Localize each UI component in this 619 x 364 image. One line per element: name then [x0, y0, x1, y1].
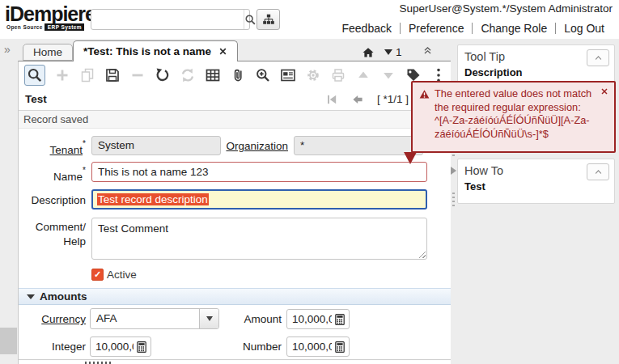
collapse-section-icon — [27, 294, 35, 299]
window-title: Test — [25, 93, 47, 105]
menu-preference[interactable]: Preference — [401, 22, 472, 35]
undo-icon[interactable] — [155, 67, 171, 83]
zoom-across-icon[interactable] — [255, 67, 271, 83]
section-divider — [19, 359, 451, 361]
integer-field[interactable]: 10,000,000 — [90, 336, 151, 357]
home-icon[interactable] — [362, 46, 375, 59]
tab-test-window[interactable]: *Test: This is not a name — [73, 40, 238, 61]
close-error-icon[interactable] — [600, 87, 608, 95]
tenant-label[interactable]: Tenant* — [19, 139, 86, 158]
validation-error-popup: The entered value does not match the req… — [411, 81, 616, 153]
error-message: The entered value does not match the req… — [435, 87, 600, 142]
tab-active-label: *Test: This is not a name — [83, 45, 211, 57]
grid-toggle-icon[interactable] — [205, 67, 221, 83]
toolbar — [19, 61, 451, 88]
report-icon[interactable] — [280, 67, 296, 83]
print-icon — [330, 67, 346, 83]
amount-field[interactable]: 10,000,000 — [286, 309, 350, 329]
attachment-icon[interactable] — [230, 67, 246, 83]
open-windows-dropdown[interactable]: 1 — [384, 46, 402, 58]
logo-tagline-right: ERP System — [45, 23, 84, 31]
status-bar: Record saved — [19, 111, 451, 129]
expand-west-panel-icon[interactable] — [4, 43, 11, 56]
name-required-mark: * — [83, 166, 86, 175]
find-button[interactable] — [24, 65, 45, 86]
windows-caret-icon — [384, 49, 392, 55]
sitemap-button[interactable] — [257, 9, 280, 30]
comment-help-field[interactable]: Test Comment — [91, 218, 427, 260]
tab-home[interactable]: Home — [23, 44, 73, 61]
collapse-tooltip-button[interactable] — [587, 49, 609, 66]
menu-log-out[interactable]: Log Out — [556, 22, 613, 35]
howto-panel: How To Test — [457, 159, 615, 204]
active-label: Active — [107, 269, 137, 281]
number-label: Number — [205, 340, 282, 354]
tab-home-label: Home — [33, 46, 62, 58]
textarea-resize-handle[interactable] — [418, 250, 426, 258]
app-logo: iDempiere Open SourceERP System — [5, 3, 95, 30]
west-panel-splitter-handle[interactable] — [0, 328, 17, 354]
top-menu: Feedback Preference Change Role Log Out — [333, 19, 613, 37]
splitter-grip[interactable] — [452, 193, 455, 209]
currency-label[interactable]: Currency — [19, 312, 86, 327]
close-tab-icon[interactable] — [218, 47, 227, 56]
logo-tagline-left: Open Source — [6, 24, 43, 30]
organization-label[interactable]: Organization — [205, 139, 288, 154]
active-checkbox[interactable] — [91, 269, 104, 281]
app-header: iDempiere Open SourceERP System SuperUse… — [0, 0, 619, 39]
amounts-section-header[interactable]: Amounts — [19, 288, 451, 305]
tenant-field: System — [91, 136, 221, 155]
integer-label: Integer — [19, 340, 86, 354]
calculator-icon — [333, 341, 346, 353]
detail-record-icon — [380, 67, 396, 83]
menu-feedback[interactable]: Feedback — [333, 22, 399, 35]
currency-combobox[interactable]: AFA — [90, 308, 219, 329]
search-input[interactable] — [91, 11, 244, 28]
global-search-box — [91, 9, 250, 30]
tenant-required-mark: * — [83, 139, 86, 148]
search-icon-cell[interactable] — [244, 10, 257, 29]
open-windows-count: 1 — [396, 46, 402, 58]
west-panel-collapsed — [0, 39, 18, 364]
logo-title: iDempiere — [5, 3, 95, 24]
currency-value: AFA — [91, 309, 199, 328]
tooltip-heading: Description — [458, 65, 614, 80]
calculator-icon — [135, 341, 148, 353]
number-field[interactable]: 10,000,000 — [286, 336, 350, 357]
new-record-icon — [54, 67, 70, 83]
sitemap-icon — [262, 13, 275, 26]
description-label: Description — [19, 193, 86, 208]
record-position: [ *1/1 ] — [377, 93, 409, 105]
calculator-button[interactable] — [332, 338, 348, 355]
description-field[interactable]: Test record description — [91, 189, 427, 210]
chevron-up-icon — [594, 167, 603, 176]
save-icon[interactable] — [104, 67, 121, 83]
amount-label: Amount — [205, 312, 282, 327]
selected-text: Test record description — [97, 193, 209, 205]
howto-heading: Test — [458, 179, 614, 194]
chevron-up-icon — [594, 53, 603, 62]
error-popup-pointer — [404, 152, 417, 164]
name-field[interactable]: This is not a name 123 — [91, 162, 427, 182]
copy-record-icon — [79, 67, 95, 83]
calculator-icon — [333, 313, 346, 326]
test-window-panel: Test [ *1/1 ] Record saved Tenant* Syste… — [18, 61, 451, 364]
collapse-all-icon[interactable] — [422, 45, 433, 56]
first-record-icon — [325, 93, 338, 106]
menu-change-role[interactable]: Change Role — [473, 22, 555, 35]
comment-help-label: Comment/Help — [19, 220, 86, 249]
calculator-button[interactable] — [134, 338, 150, 355]
user-info: SuperUser@System.*/System Administrator — [399, 2, 613, 15]
search-icon — [244, 14, 257, 26]
calculator-button[interactable] — [332, 311, 348, 328]
parent-record-icon — [355, 67, 371, 83]
amounts-section-title: Amounts — [40, 290, 87, 303]
find-icon — [27, 67, 43, 83]
previous-record-icon — [351, 93, 364, 106]
delete-record-icon — [129, 67, 146, 83]
splitter-collapse-arrow[interactable] — [451, 167, 456, 175]
collapse-howto-button[interactable] — [587, 163, 609, 180]
window-title-row: Test [ *1/1 ] — [19, 88, 451, 111]
refresh-icon — [180, 67, 196, 83]
logo-tagline: Open SourceERP System — [6, 24, 95, 30]
